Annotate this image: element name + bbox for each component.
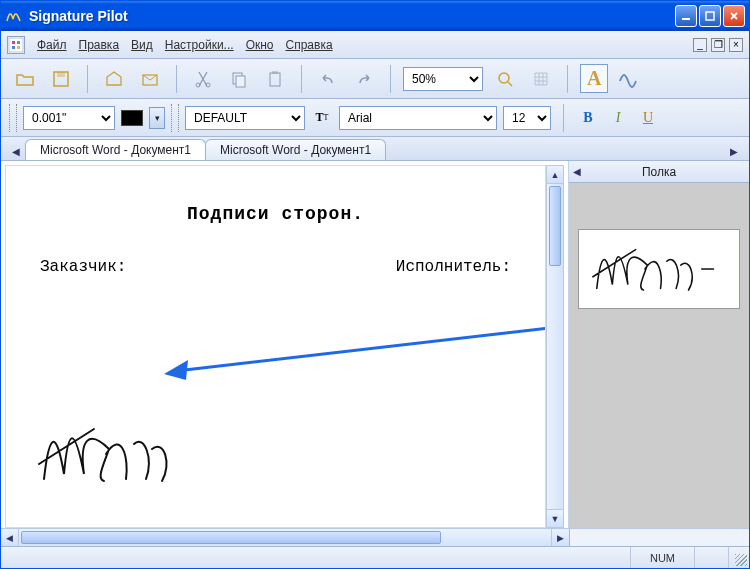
toolbar-separator <box>390 65 391 93</box>
unit-select[interactable]: 0.001" <box>23 106 115 130</box>
format-toolbar: 0.001" ▾ DEFAULT TT Arial 12 B I U <box>1 99 749 137</box>
mdi-restore-button[interactable]: ❐ <box>711 38 725 52</box>
toolbar-separator <box>176 65 177 93</box>
menu-file-label: Файл <box>37 38 67 52</box>
app-title: Signature Pilot <box>29 8 675 24</box>
document-tab[interactable]: Microsoft Word - Документ1 <box>205 139 386 160</box>
svg-rect-8 <box>57 72 65 77</box>
toolbar-separator <box>301 65 302 93</box>
menubar-grip-icon <box>7 36 25 54</box>
menu-edit-label: Правка <box>79 38 120 52</box>
svg-rect-2 <box>9 38 23 52</box>
style-select[interactable]: DEFAULT <box>185 106 305 130</box>
svg-rect-6 <box>17 46 20 49</box>
scroll-down-button[interactable]: ▼ <box>547 509 563 527</box>
open-button[interactable] <box>11 65 39 93</box>
menu-settings[interactable]: Настройки... <box>165 38 234 52</box>
scroll-left-button[interactable]: ◀ <box>1 529 19 546</box>
svg-rect-14 <box>270 73 280 86</box>
horizontal-scrollbar[interactable]: ◀ ▶ <box>1 528 749 546</box>
menu-settings-label: Настройки... <box>165 38 234 52</box>
signature-wave-icon[interactable] <box>616 65 644 93</box>
status-num-cell: NUM <box>631 547 695 568</box>
svg-marker-18 <box>164 360 188 380</box>
minimize-button[interactable] <box>675 5 697 27</box>
toolbar-grip[interactable] <box>171 104 179 132</box>
close-button[interactable] <box>723 5 745 27</box>
menubar: Файл Правка Вид Настройки... Окно Справк… <box>1 31 749 59</box>
underline-button[interactable]: U <box>636 106 660 130</box>
menubar-right-controls: _ ❐ × <box>693 38 743 52</box>
mdi-close-button[interactable]: × <box>729 38 743 52</box>
bold-button[interactable]: B <box>576 106 600 130</box>
grid-icon[interactable] <box>527 65 555 93</box>
scroll-thumb[interactable] <box>21 531 441 544</box>
save-button[interactable] <box>47 65 75 93</box>
cut-button[interactable] <box>189 65 217 93</box>
status-cell <box>695 547 729 568</box>
shelf-signature-item[interactable] <box>578 229 740 309</box>
menu-file[interactable]: Файл <box>37 38 67 52</box>
copy-button[interactable] <box>225 65 253 93</box>
svg-point-16 <box>499 73 509 83</box>
main-toolbar: 50% A <box>1 59 749 99</box>
mail-send-button[interactable] <box>136 65 164 93</box>
resize-grip[interactable] <box>729 547 749 568</box>
shelf-nav-left[interactable]: ◀ <box>573 166 581 177</box>
svg-rect-5 <box>12 46 15 49</box>
status-cell <box>1 547 631 568</box>
redo-button[interactable] <box>350 65 378 93</box>
line-sample-dropdown[interactable]: ▾ <box>149 107 165 129</box>
scroll-right-button[interactable]: ▶ <box>551 529 569 546</box>
line-sample-icon <box>121 110 143 126</box>
scroll-track[interactable] <box>19 529 551 546</box>
shelf-body <box>569 183 749 528</box>
font-select[interactable]: Arial <box>339 106 497 130</box>
document-tab-bar: ◀ Microsoft Word - Документ1 Microsoft W… <box>1 137 749 161</box>
svg-rect-4 <box>17 41 20 44</box>
scroll-thumb[interactable] <box>549 186 561 266</box>
toolbar-separator <box>567 65 568 93</box>
statusbar: NUM <box>1 546 749 568</box>
svg-rect-1 <box>706 12 714 20</box>
toolbar-separator <box>563 104 564 132</box>
svg-rect-0 <box>682 18 690 20</box>
zoom-select[interactable]: 50% <box>403 67 483 91</box>
shelf-pane: ◀ Полка <box>569 161 749 528</box>
app-window: Signature Pilot Файл Правка Вид Настройк… <box>0 0 750 569</box>
pen-letter-icon: A <box>587 67 601 90</box>
scroll-up-button[interactable]: ▲ <box>547 166 563 184</box>
shelf-title: Полка <box>642 165 676 179</box>
document-heading: Подписи сторон. <box>6 204 545 224</box>
mail-open-button[interactable] <box>100 65 128 93</box>
menu-window[interactable]: Окно <box>246 38 274 52</box>
tab-scroll-left[interactable]: ◀ <box>7 142 25 160</box>
maximize-button[interactable] <box>699 5 721 27</box>
italic-button[interactable]: I <box>606 106 630 130</box>
document-canvas[interactable]: Подписи сторон. Заказчик: Исполнитель: <box>5 165 546 528</box>
document-parties-row: Заказчик: Исполнитель: <box>6 224 545 276</box>
signature-placed[interactable] <box>34 409 214 499</box>
toolbar-grip[interactable] <box>9 104 17 132</box>
pen-color-selector[interactable]: A <box>580 64 608 93</box>
menu-help-label: Справка <box>286 38 333 52</box>
menu-edit[interactable]: Правка <box>79 38 120 52</box>
svg-line-17 <box>176 326 546 371</box>
shelf-header: ◀ Полка <box>569 161 749 183</box>
document-tab[interactable]: Microsoft Word - Документ1 <box>25 139 206 160</box>
tab-scroll-right[interactable]: ▶ <box>725 142 743 160</box>
vertical-scrollbar[interactable]: ▲ ▼ <box>546 165 564 528</box>
font-size-select[interactable]: 12 <box>503 106 551 130</box>
paste-button[interactable] <box>261 65 289 93</box>
customer-label: Заказчик: <box>40 258 126 276</box>
tab-label: Microsoft Word - Документ1 <box>220 143 371 157</box>
zoom-button[interactable] <box>491 65 519 93</box>
mdi-minimize-button[interactable]: _ <box>693 38 707 52</box>
undo-button[interactable] <box>314 65 342 93</box>
window-buttons <box>675 5 745 27</box>
menu-view[interactable]: Вид <box>131 38 153 52</box>
menu-help[interactable]: Справка <box>286 38 333 52</box>
scroll-gap <box>569 529 749 546</box>
app-icon <box>5 7 23 25</box>
menu-window-label: Окно <box>246 38 274 52</box>
